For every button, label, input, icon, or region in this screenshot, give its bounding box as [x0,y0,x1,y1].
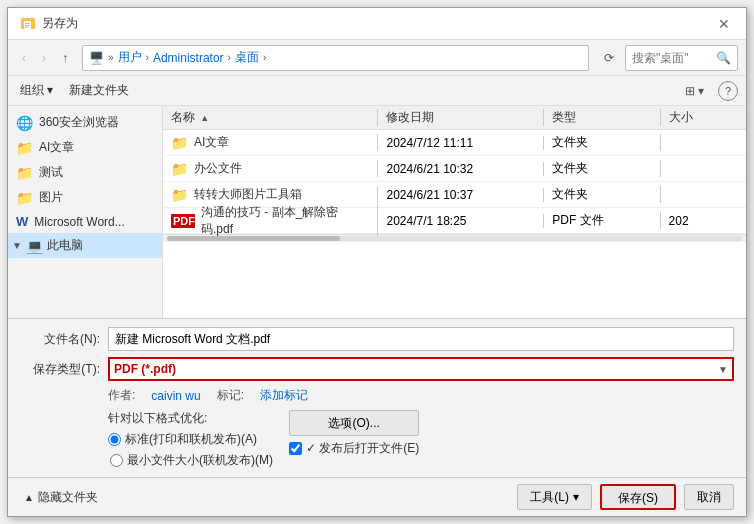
up-button[interactable]: ↑ [56,47,74,69]
forward-button[interactable]: › [36,47,52,69]
sidebar-icon-thispc: 💻 [26,238,43,254]
sidebar-item-ai[interactable]: 📁 AI文章 [8,135,162,160]
svg-rect-4 [25,27,28,28]
refresh-button[interactable]: ⟳ [597,47,621,69]
file-name: 转转大师图片工具箱 [194,186,302,203]
optimize-label: 针对以下格式优化: [108,410,273,427]
sidebar-item-word[interactable]: W Microsoft Word... [8,210,162,233]
options-button[interactable]: 选项(O)... [289,410,419,436]
col-header-name[interactable]: 名称 ▲ [163,109,378,126]
filename-row: 文件名(N): [20,327,734,351]
optimize-standard-input[interactable] [108,433,121,446]
hide-folders-label: 隐藏文件夹 [38,489,98,506]
sidebar-icon-images: 📁 [16,190,33,206]
dialog-icon [20,16,36,32]
breadcrumb-users[interactable]: 用户 [118,49,142,66]
dialog-footer: ▲ 隐藏文件夹 工具(L) ▾ 保存(S) 取消 [8,477,746,516]
optimize-right: 选项(O)... ✓ 发布后打开文件(E) [289,410,419,469]
search-input[interactable] [632,51,712,65]
title-bar-left: 另存为 [20,15,78,32]
filetype-value: PDF (*.pdf) [114,362,176,376]
tools-label: 工具(L) [530,489,569,506]
filename-input[interactable] [108,327,734,351]
col-header-date[interactable]: 修改日期 [378,109,544,126]
breadcrumb-admin[interactable]: Administrator [153,51,224,65]
filetype-row: 保存类型(T): PDF (*.pdf) ▼ [20,357,734,381]
cancel-button[interactable]: 取消 [684,484,734,510]
file-type: 文件夹 [544,186,660,203]
svg-rect-3 [25,25,30,26]
optimize-min-radio[interactable]: 最小文件大小(联机发布)(M) [108,452,273,469]
sidebar-item-test[interactable]: 📁 测试 [8,160,162,185]
sidebar-icon-360: 🌐 [16,115,33,131]
optimize-min-label: 最小文件大小(联机发布)(M) [127,452,273,469]
optimize-standard-radio[interactable]: 标准(打印和联机发布)(A) [108,431,273,448]
h-scrollbar[interactable] [163,234,746,242]
optimize-left: 针对以下格式优化: 标准(打印和联机发布)(A) 最小文件大小(联机发布)(M) [108,410,273,469]
dropdown-arrow-icon: ▼ [718,364,728,375]
file-date: 2024/7/1 18:25 [378,214,544,228]
table-row[interactable]: 📁 AI文章 2024/7/12 11:11 文件夹 [163,130,746,156]
file-name: 办公文件 [194,160,242,177]
title-bar: 另存为 ✕ [8,8,746,40]
save-button[interactable]: 保存(S) [600,484,676,510]
filetype-label: 保存类型(T): [20,361,100,378]
pdf-icon: PDF [171,214,195,228]
file-date: 2024/6/21 10:32 [378,162,544,176]
sidebar-item-360[interactable]: 🌐 360安全浏览器 [8,110,162,135]
col-header-size[interactable]: 大小 [661,109,746,126]
hide-folders-button[interactable]: ▲ 隐藏文件夹 [20,487,102,508]
file-type: 文件夹 [544,134,660,151]
new-folder-button[interactable]: 新建文件夹 [65,80,133,101]
tools-button[interactable]: 工具(L) ▾ [517,484,592,510]
table-row[interactable]: PDF 沟通的技巧 - 副本_解除密码.pdf 2024/7/1 18:25 P… [163,208,746,234]
file-list-header: 名称 ▲ 修改日期 类型 大小 [163,106,746,130]
sidebar: 🌐 360安全浏览器 📁 AI文章 📁 测试 📁 图片 W Microsoft … [8,106,163,318]
organize-button[interactable]: 组织 ▾ [16,80,57,101]
svg-rect-2 [25,23,30,24]
footer-right: 工具(L) ▾ 保存(S) 取消 [517,484,734,510]
search-box: 🔍 [625,45,738,71]
table-row[interactable]: 📁 办公文件 2024/6/21 10:32 文件夹 [163,156,746,182]
expand-arrow-icon: ▲ [24,492,34,503]
help-button[interactable]: ? [718,81,738,101]
nav-toolbar: ‹ › ↑ 🖥️ » 用户 › Administrator › 桌面 › ⟳ 🔍 [8,40,746,76]
filename-label: 文件名(N): [20,331,100,348]
save-as-dialog: 另存为 ✕ ‹ › ↑ 🖥️ » 用户 › Administrator › 桌面… [7,7,747,517]
back-button[interactable]: ‹ [16,47,32,69]
publish-checkbox[interactable] [289,442,302,455]
breadcrumb-icon: 🖥️ [89,51,104,65]
publish-checkbox-label[interactable]: ✓ 发布后打开文件(E) [289,440,419,457]
optimize-min-input[interactable] [110,454,123,467]
tags-label: 标记: [217,387,244,404]
file-type: 文件夹 [544,160,660,177]
breadcrumb[interactable]: 🖥️ » 用户 › Administrator › 桌面 › [82,45,589,71]
sort-arrow: ▲ [200,113,209,123]
file-date: 2024/7/12 11:11 [378,136,544,150]
close-button[interactable]: ✕ [714,14,734,34]
filetype-select[interactable]: PDF (*.pdf) ▼ [108,357,734,381]
author-label: 作者: [108,387,135,404]
action-bar: 组织 ▾ 新建文件夹 ⊞ ▾ ? [8,76,746,106]
view-button[interactable]: ⊞ ▾ [679,82,710,100]
folder-icon: 📁 [171,161,188,177]
publish-label: ✓ 发布后打开文件(E) [306,440,419,457]
optimize-standard-label: 标准(打印和联机发布)(A) [125,431,257,448]
optimize-section: 针对以下格式优化: 标准(打印和联机发布)(A) 最小文件大小(联机发布)(M)… [20,410,734,469]
sidebar-item-thispc[interactable]: ▼ 💻 此电脑 [8,233,162,258]
sidebar-item-images[interactable]: 📁 图片 [8,185,162,210]
search-icon: 🔍 [716,51,731,65]
file-name: 沟通的技巧 - 副本_解除密码.pdf [201,204,369,238]
folder-icon: 📁 [171,135,188,151]
main-content: 🌐 360安全浏览器 📁 AI文章 📁 测试 📁 图片 W Microsoft … [8,106,746,318]
tools-arrow-icon: ▾ [573,490,579,504]
sidebar-icon-word: W [16,214,28,229]
tags-value[interactable]: 添加标记 [260,387,308,404]
file-date: 2024/6/21 10:37 [378,188,544,202]
bottom-panel: 文件名(N): 保存类型(T): PDF (*.pdf) ▼ 作者: caivi… [8,318,746,477]
breadcrumb-desktop[interactable]: 桌面 [235,49,259,66]
expand-icon-thispc: ▼ [12,240,22,251]
col-header-type[interactable]: 类型 [544,109,660,126]
footer-left: ▲ 隐藏文件夹 [20,487,102,508]
sidebar-icon-test: 📁 [16,165,33,181]
